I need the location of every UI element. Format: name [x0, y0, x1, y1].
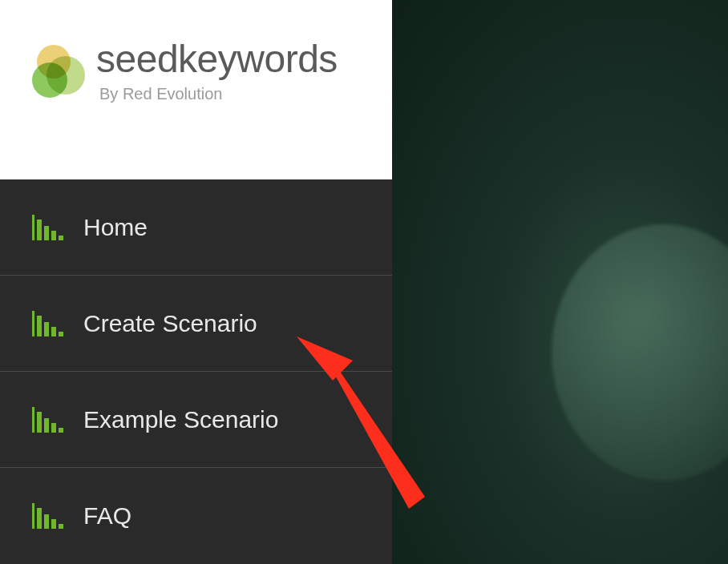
svg-rect-6 [37, 316, 42, 336]
svg-rect-10 [32, 407, 34, 433]
main-content [392, 0, 728, 564]
svg-rect-2 [44, 226, 49, 240]
nav-label-home: Home [83, 214, 148, 241]
nav-item-faq[interactable]: FAQ [0, 468, 392, 564]
nav-label-create-scenario: Create Scenario [83, 310, 257, 337]
logo-icon [32, 45, 87, 99]
svg-rect-13 [51, 423, 56, 433]
nav-item-create-scenario[interactable]: Create Scenario [0, 276, 392, 372]
nav-label-faq: FAQ [83, 502, 131, 530]
svg-rect-16 [37, 508, 42, 529]
svg-rect-8 [51, 327, 56, 336]
logo-tagline: By Red Evolution [99, 85, 338, 103]
nav-label-example-scenario: Example Scenario [83, 406, 278, 433]
svg-rect-14 [59, 428, 63, 433]
svg-rect-7 [44, 322, 49, 336]
svg-rect-17 [44, 514, 49, 529]
svg-rect-11 [37, 412, 42, 433]
bar-chart-icon [32, 503, 66, 529]
nav: Home Create Scenario [0, 179, 392, 564]
svg-rect-4 [59, 236, 63, 240]
bar-chart-icon [32, 311, 66, 336]
logo[interactable]: seedkeywords By Red Evolution [32, 40, 360, 103]
nav-item-home[interactable]: Home [0, 179, 392, 276]
svg-rect-19 [59, 524, 63, 529]
logo-text: seedkeywords By Red Evolution [96, 40, 338, 103]
logo-area: seedkeywords By Red Evolution [0, 0, 392, 179]
svg-rect-12 [44, 418, 49, 433]
sidebar: seedkeywords By Red Evolution Home [0, 0, 392, 564]
logo-wordmark: seedkeywords [96, 40, 338, 79]
nav-item-example-scenario[interactable]: Example Scenario [0, 372, 392, 468]
svg-rect-1 [37, 220, 42, 240]
svg-rect-15 [32, 503, 34, 529]
bar-chart-icon [32, 215, 66, 240]
bar-chart-icon [32, 407, 66, 433]
svg-rect-9 [59, 332, 63, 336]
svg-rect-18 [51, 519, 56, 529]
svg-rect-0 [32, 215, 34, 240]
svg-rect-3 [51, 231, 56, 240]
svg-rect-5 [32, 311, 34, 336]
